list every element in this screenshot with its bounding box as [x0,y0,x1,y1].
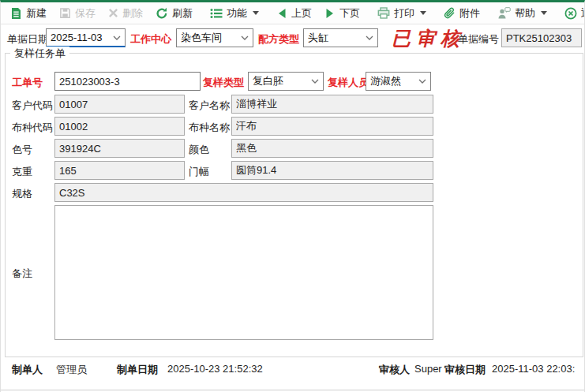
chevron-down-icon [253,11,259,15]
new-document-icon [10,7,22,20]
functions-button[interactable]: 功能 [204,4,265,23]
customer-code-label: 客户代码 [12,99,53,113]
color-no-label: 色号 [12,143,32,157]
spec-label: 规格 [12,187,32,201]
print-icon [377,7,390,19]
next-page-icon [324,8,336,19]
save-button-label: 保存 [75,6,96,21]
next-page-button[interactable]: 下页 [318,4,366,23]
refresh-button[interactable]: 刷新 [149,4,199,23]
formula-type-label: 配方类型 [258,32,299,47]
resample-type-label: 复样类型 [203,76,244,90]
new-button[interactable]: 新建 [4,4,53,23]
save-button[interactable]: 保存 [53,4,102,23]
remark-textarea[interactable] [54,205,433,340]
exit-button[interactable]: 退出 [558,4,585,23]
functions-button-label: 功能 [227,6,247,21]
help-button-label: 帮助 [515,6,535,21]
chevron-down-icon [113,35,121,40]
toolbar: 新建 保存 删除 刷新 功能 [1,2,584,24]
fabric-name-field[interactable] [231,117,433,136]
remark-label: 备注 [12,267,32,281]
new-button-label: 新建 [26,6,47,21]
creator-label: 制单人 [12,363,43,377]
doc-date-label: 单据日期 [7,32,48,47]
chevron-down-icon [366,35,373,40]
customer-code-field[interactable] [54,95,185,114]
width-field[interactable] [231,161,433,180]
resample-person-value: 游淑然 [370,74,401,88]
spec-field[interactable] [54,183,433,202]
doc-date-value: 2025-11-03 [51,32,103,43]
resample-person-label: 复样人员 [328,76,369,90]
refresh-icon [156,7,168,20]
resample-type-value: 复白胚 [253,74,283,88]
doc-no-label: 单据编号 [458,32,499,47]
attachment-button-label: 附件 [459,6,480,21]
prev-page-button-label: 上页 [291,6,312,21]
width-label: 门幅 [189,165,209,179]
help-button[interactable]: 帮助 [491,4,553,23]
attachment-button[interactable]: 附件 [437,4,486,23]
doc-no-field[interactable] [501,28,582,47]
auditor-value: Super [414,363,442,375]
chevron-down-icon [420,11,426,15]
work-center-combobox[interactable]: 染色车间 [176,28,253,47]
chevron-down-icon [541,11,547,15]
groupbox-title: 复样任务单 [10,47,69,61]
delete-icon [108,8,118,18]
help-icon [497,7,511,19]
menu-list-icon [210,8,223,19]
print-button[interactable]: 打印 [371,4,433,23]
doc-date-combobox[interactable]: 2025-11-03 [46,28,126,47]
next-page-button-label: 下页 [339,6,360,21]
chevron-down-icon [311,79,319,84]
fabric-name-label: 布种名称 [189,121,230,135]
chevron-down-icon [241,35,249,40]
resample-type-combobox[interactable]: 复白胚 [248,72,324,91]
auditor-label: 审核人 [379,363,410,377]
customer-name-field[interactable] [231,95,433,114]
color-label: 颜色 [189,143,209,157]
work-order-input[interactable] [54,72,201,91]
weight-field[interactable] [54,161,185,180]
prev-page-icon [276,8,287,19]
formula-type-value: 头缸 [308,31,328,45]
bottom-divider [1,390,584,390]
app-window: 新建 保存 删除 刷新 功能 [0,0,585,392]
color-no-field[interactable] [54,139,185,158]
resample-person-combobox[interactable]: 游淑然 [366,72,431,91]
create-date-label: 制单日期 [117,363,158,377]
delete-button-label: 删除 [122,6,143,21]
chevron-down-icon [418,79,426,84]
save-icon [59,7,71,19]
customer-name-label: 客户名称 [189,99,230,113]
create-date-value: 2025-10-23 21:52:32 [167,363,263,375]
audit-status-stamp: 已审核 [392,26,465,51]
refresh-button-label: 刷新 [172,6,193,21]
work-center-label: 工作中心 [130,32,171,47]
color-field[interactable] [231,139,433,158]
creator-value: 管理员 [56,363,87,377]
attachment-icon [444,7,456,20]
exit-button-label: 退出 [581,6,585,21]
formula-type-combobox[interactable]: 头缸 [303,28,378,47]
weight-label: 克重 [12,165,32,179]
delete-button[interactable]: 删除 [102,4,149,23]
fabric-code-label: 布种代码 [12,121,53,135]
print-button-label: 打印 [394,6,414,21]
exit-icon [564,7,577,20]
work-center-value: 染色车间 [181,31,222,45]
fabric-code-field[interactable] [54,117,185,136]
prev-page-button[interactable]: 上页 [270,4,318,23]
work-order-label: 工单号 [12,76,43,90]
audit-date-label: 审核日期 [444,363,486,377]
audit-date-value: 2025-11-03 22:03: [492,363,575,375]
